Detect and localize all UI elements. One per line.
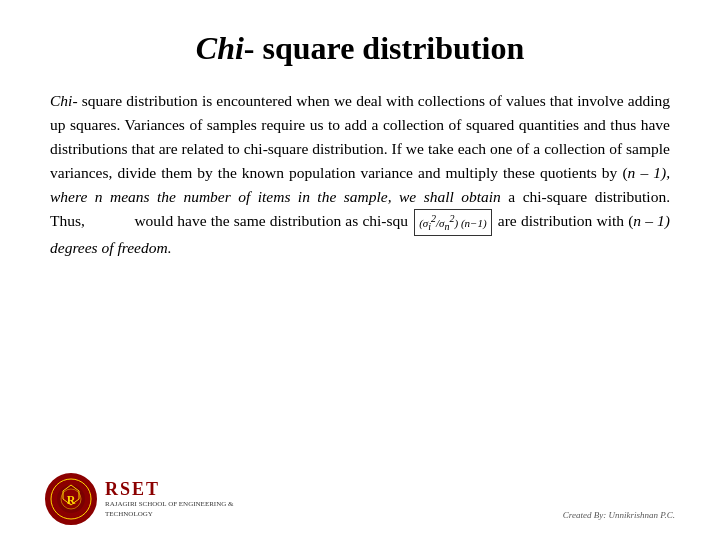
degrees-freedom-italic: n – 1) degrees of freedom. bbox=[50, 212, 670, 256]
logo-area: R RSET RAJAGIRI SCHOOL OF ENGINEERING & … bbox=[45, 473, 245, 525]
title-rest: - square distribution bbox=[244, 30, 524, 66]
logo-inner: R bbox=[47, 475, 95, 523]
title-chi-italic: Chi bbox=[196, 30, 244, 66]
creator-text: Created By: Unnikrishnan P.C. bbox=[563, 510, 675, 520]
svg-text:R: R bbox=[67, 493, 76, 507]
slide-title: Chi- square distribution bbox=[50, 30, 670, 67]
chi-italic-inline: Chi bbox=[50, 92, 72, 109]
formula-n-minus-1-text: n – 1), where n means the number of item… bbox=[50, 164, 670, 205]
logo-svg: R bbox=[49, 477, 93, 521]
logo-circle: R bbox=[45, 473, 97, 525]
slide-container: Chi- square distribution Chi- square dis… bbox=[0, 0, 720, 540]
logo-full-name: RAJAGIRI SCHOOL OF ENGINEERING & TECHNOL… bbox=[105, 500, 245, 518]
logo-rset-label: RSET bbox=[105, 479, 245, 500]
logo-name-text: RSET RAJAGIRI SCHOOL OF ENGINEERING & TE… bbox=[105, 479, 245, 518]
formula-box: (σi2/σn2) (n−1) bbox=[414, 209, 492, 236]
formula-inline: (σi2/σn2) (n−1) bbox=[408, 212, 498, 229]
body-text: Chi- square distribution is encountered … bbox=[50, 89, 670, 260]
